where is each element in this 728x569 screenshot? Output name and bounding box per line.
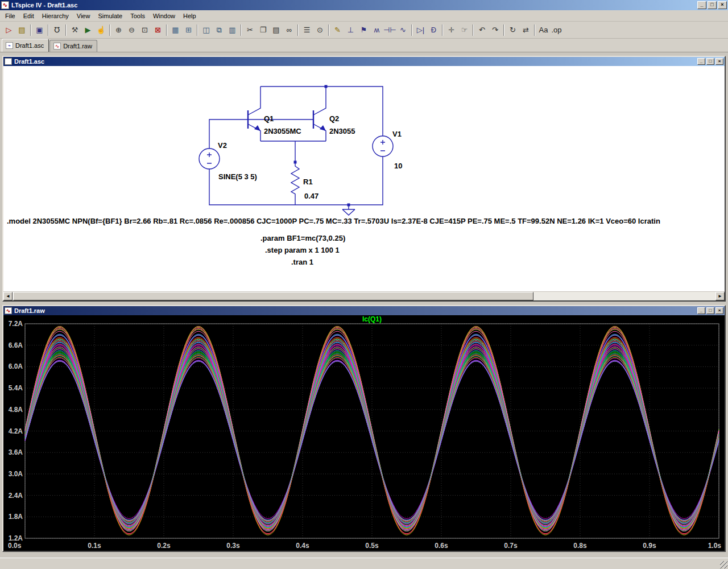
redo-button[interactable]: ↷ — [489, 24, 502, 36]
component-button[interactable]: Ð — [427, 24, 440, 36]
menu-tools[interactable]: Tools — [126, 11, 149, 20]
copy-button[interactable]: ❐ — [257, 24, 270, 36]
mark-unconnected-icon: ⊞ — [185, 24, 192, 36]
y-tick-label: 4.8A — [9, 406, 23, 414]
source-v2-symbol — [199, 149, 220, 169]
new-schematic-button[interactable]: ▷ — [2, 24, 15, 36]
toolbar-separator — [166, 24, 167, 36]
menu-view[interactable]: View — [73, 11, 94, 20]
transistor-q1-symbol — [248, 86, 260, 141]
schematic-title-bar[interactable]: ⌁ Draft1.asc _ □ × — [3, 57, 725, 66]
waveform-minimize-button[interactable]: _ — [697, 307, 705, 314]
rotate-button[interactable]: ↻ — [506, 24, 519, 36]
cascade-windows-icon: ▥ — [229, 24, 235, 36]
mirror-button[interactable]: ⇄ — [519, 24, 532, 36]
move-button[interactable]: ✛ — [445, 24, 458, 36]
mark-unconnected-button[interactable]: ⊞ — [182, 24, 195, 36]
menu-simulate[interactable]: Simulate — [94, 11, 126, 20]
schematic-close-button[interactable]: × — [715, 58, 723, 65]
resistor-r1-symbol — [291, 162, 299, 205]
zoom-area-button[interactable]: ⊡ — [138, 24, 151, 36]
tab-draft1-asc[interactable]: ⌁Draft1.asc — [2, 39, 49, 52]
cut-button[interactable]: ✂ — [243, 24, 257, 36]
x-tick-label: 0.3s — [226, 542, 240, 550]
zoom-out-button[interactable]: ⊖ — [125, 24, 138, 36]
control-panel-button[interactable]: ⚒ — [68, 24, 81, 36]
save-button[interactable]: ▣ — [33, 24, 46, 36]
menu-hierarchy[interactable]: Hierarchy — [38, 11, 73, 20]
resistor-button[interactable]: ʍ — [370, 24, 383, 36]
close-button[interactable]: × — [718, 1, 727, 9]
toolbar-separator — [30, 24, 31, 36]
schematic-hscrollbar[interactable]: ◄ ► — [3, 291, 725, 300]
current-probe-button[interactable]: ℧ — [51, 24, 64, 36]
minimize-button[interactable]: _ — [697, 1, 706, 9]
net-label-button[interactable]: ⚑ — [357, 24, 370, 36]
toolbar-separator — [411, 24, 412, 36]
current-probe-icon: ℧ — [55, 24, 60, 36]
tran-directive: .tran 1 — [291, 258, 313, 266]
schematic-maximize-button[interactable]: □ — [706, 58, 714, 65]
open-file-button[interactable]: ▤ — [15, 24, 28, 36]
drag-button[interactable]: ☞ — [458, 24, 471, 36]
zoom-out-icon: ⊖ — [129, 24, 135, 36]
paste-icon: ▤ — [272, 24, 279, 36]
capacitor-button[interactable]: ⊣⊢ — [383, 24, 396, 36]
x-tick-label: 0.9s — [643, 542, 656, 550]
app-icon: ∿ — [1, 1, 9, 9]
cascade-windows-button[interactable]: ▥ — [226, 24, 239, 36]
tab-draft1-raw[interactable]: ∿Draft1.raw — [49, 40, 97, 52]
menu-help[interactable]: Help — [179, 11, 200, 20]
waveform-plot-area[interactable]: 0.0s0.1s0.2s0.3s0.4s0.5s0.6s0.7s0.8s0.9s… — [3, 315, 725, 551]
schematic-minimize-button[interactable]: _ — [697, 58, 705, 65]
spice-directive-button[interactable]: .op — [550, 24, 563, 36]
waveform-close-button[interactable]: × — [715, 307, 723, 314]
v2-value-label: SINE(5 3 5) — [218, 172, 257, 181]
menu-window[interactable]: Window — [149, 11, 179, 20]
print-button[interactable]: ☰ — [300, 24, 313, 36]
y-tick-label: 3.6A — [9, 448, 23, 456]
y-tick-label: 1.8A — [9, 513, 23, 521]
grid-toggle-button[interactable]: ▦ — [169, 24, 182, 36]
waveform-window: ∿ Draft1.raw _ □ × 0.0s0.1s0.2s0.3s0.4s0… — [2, 305, 726, 552]
undo-button[interactable]: ↶ — [475, 24, 489, 36]
toolbar-separator — [197, 24, 198, 36]
paste-button[interactable]: ▤ — [270, 24, 283, 36]
zoom-fit-button[interactable]: ⊠ — [151, 24, 164, 36]
print-preview-button[interactable]: ⊙ — [313, 24, 326, 36]
zoom-in-button[interactable]: ⊕ — [112, 24, 125, 36]
param-directive: .param BF1=mc(73,0.25) — [260, 234, 345, 242]
y-tick-label: 6.0A — [9, 362, 23, 370]
copy-bitmap-button[interactable]: ⧉ — [213, 24, 226, 36]
scroll-right-button[interactable]: ► — [715, 292, 725, 300]
halt-button[interactable]: ☝ — [94, 24, 107, 36]
schematic-canvas[interactable]: Q1 2N3055MC Q2 2N3055 V2 SINE(5 3 5) V1 … — [3, 66, 725, 291]
wire-button[interactable]: ✎ — [331, 24, 344, 36]
text-icon: Aa — [539, 24, 548, 36]
menu-edit[interactable]: Edit — [19, 11, 38, 20]
scrollbar-track[interactable] — [13, 292, 715, 300]
maximize-button[interactable]: □ — [708, 1, 717, 9]
waveform-maximize-button[interactable]: □ — [706, 307, 714, 314]
inductor-button[interactable]: ∿ — [396, 24, 410, 36]
diode-button[interactable]: ▷| — [414, 24, 427, 36]
scrollbar-thumb[interactable] — [13, 292, 533, 300]
run-button[interactable]: ▶ — [81, 24, 94, 36]
resize-grip[interactable] — [720, 561, 727, 568]
menu-bar: FileEditHierarchyViewSimulateToolsWindow… — [0, 10, 728, 22]
menu-file[interactable]: File — [1, 11, 19, 20]
waveform-title-bar[interactable]: ∿ Draft1.raw _ □ × — [3, 306, 725, 315]
model-directive: .model 2N3055MC NPN(Bf={BF1} Br=2.66 Rb=… — [7, 217, 660, 225]
text-button[interactable]: Aa — [537, 24, 550, 36]
circuit-wires — [209, 86, 383, 215]
open-file-icon: ▤ — [18, 24, 25, 36]
toolbar-separator — [65, 24, 67, 36]
tile-windows-button[interactable]: ◫ — [200, 24, 213, 36]
tab-bar: ⌁Draft1.asc∿Draft1.raw — [0, 39, 728, 52]
ground-button[interactable]: ⊥ — [344, 24, 357, 36]
find-button[interactable]: ∞ — [283, 24, 296, 36]
net-label-icon: ⚑ — [361, 24, 367, 36]
print-icon: ☰ — [304, 24, 311, 36]
scroll-left-button[interactable]: ◄ — [3, 292, 13, 300]
status-bar — [0, 558, 728, 569]
